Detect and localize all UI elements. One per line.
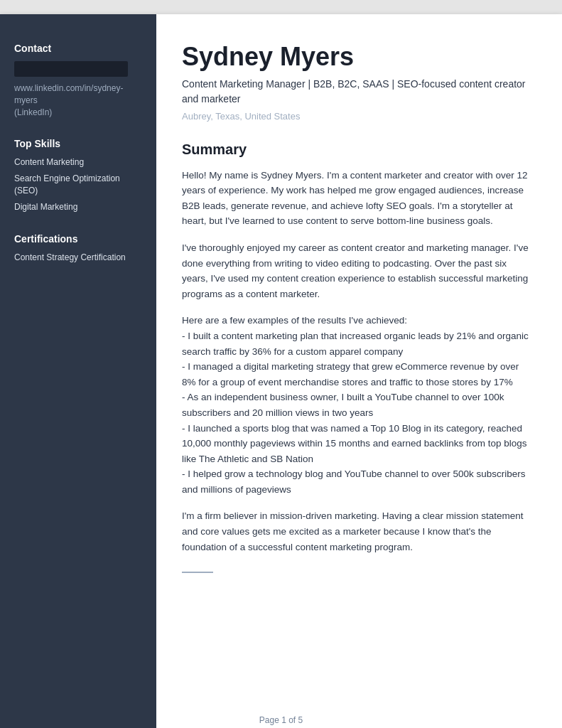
skill-item-1: Content Marketing <box>14 156 142 168</box>
profile-location: Aubrey, Texas, United States <box>182 111 534 122</box>
certifications-section: Certifications Content Strategy Certific… <box>14 233 142 264</box>
page-number: Page 1 of 5 <box>259 715 303 725</box>
contact-section: Contact www.linkedin.com/in/sydney-myers… <box>14 43 142 118</box>
summary-para-2: I've thoroughly enjoyed my career as con… <box>182 240 534 301</box>
summary-section: Summary Hello! My name is Sydney Myers. … <box>182 141 534 555</box>
certifications-heading: Certifications <box>14 233 142 245</box>
cert-item-1: Content Strategy Certification <box>14 252 142 264</box>
profile-title: Content Marketing Manager | B2B, B2C, SA… <box>182 77 534 107</box>
summary-heading: Summary <box>182 141 534 158</box>
linkedin-url[interactable]: www.linkedin.com/in/sydney-myers (Linked… <box>14 82 142 118</box>
summary-para-3: Here are a few examples of the results I… <box>182 313 534 497</box>
top-skills-heading: Top Skills <box>14 138 142 149</box>
skill-item-3: Digital Marketing <box>14 201 142 213</box>
redacted-info <box>14 61 128 77</box>
resume-page: Contact www.linkedin.com/in/sydney-myers… <box>0 14 562 728</box>
page-footer: Page 1 of 5 <box>0 715 562 725</box>
summary-para-4: I'm a firm believer in mission-driven ma… <box>182 508 534 555</box>
linkedin-label-text: (LinkedIn) <box>14 107 52 117</box>
linkedin-url-text: www.linkedin.com/in/sydney-myers <box>14 83 123 105</box>
contact-heading: Contact <box>14 43 142 54</box>
section-divider <box>182 572 213 573</box>
main-content: Sydney Myers Content Marketing Manager |… <box>156 14 562 728</box>
summary-para-1: Hello! My name is Sydney Myers. I'm a co… <box>182 168 534 229</box>
sidebar: Contact www.linkedin.com/in/sydney-myers… <box>0 14 156 728</box>
profile-name: Sydney Myers <box>182 43 534 71</box>
skill-item-2: Search Engine Optimization (SEO) <box>14 173 142 197</box>
top-skills-section: Top Skills Content Marketing Search Engi… <box>14 138 142 213</box>
